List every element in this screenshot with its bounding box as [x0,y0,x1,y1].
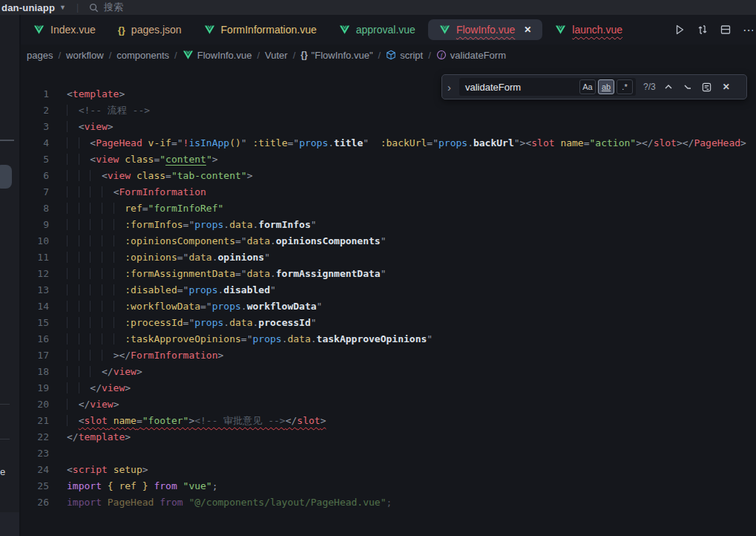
breadcrumb-item-pages[interactable]: pages [25,50,54,61]
line-number[interactable]: 2 [21,102,49,119]
tab-pages.json[interactable]: {}pages.json [107,19,193,40]
tab-FlowInfo.vue[interactable]: FlowInfo.vue✕ [428,19,542,40]
code-line-17[interactable]: 17 ></FormInformation> [21,347,756,364]
code-line-10[interactable]: 10 :opinionsComponents="data.opinionsCom… [21,233,756,249]
svg-text:f: f [441,52,444,59]
code-line-4[interactable]: 4 <PageHead v-if="!isInApp()" :title="pr… [21,135,756,151]
code-line-20[interactable]: 20 </view> [21,396,756,413]
line-number[interactable]: 6 [21,168,49,184]
code-line-11[interactable]: 11 :opinions="data.opinions" [21,249,756,266]
line-number[interactable]: 7 [21,184,49,200]
line-number[interactable]: 24 [21,462,49,478]
line-number[interactable]: 22 [21,429,49,445]
tab-label: Index.vue [50,24,96,36]
line-number[interactable]: 15 [21,315,49,331]
line-number[interactable]: 1 [21,86,49,102]
sidebar-pill[interactable] [0,165,12,189]
whole-word-button[interactable]: ab [598,79,614,94]
line-number[interactable]: 13 [21,282,49,298]
toggle-replace-button[interactable]: › [445,81,453,94]
code-line-14[interactable]: 14 :workflowData="props.workflowData" [21,298,756,315]
code-line-8[interactable]: 8 ref="formInfoRef" [21,200,756,217]
breadcrumb-item-FlowInfo.vue[interactable]: {}"FlowInfo.vue" [299,50,374,61]
breadcrumb-item-validateForm[interactable]: fvalidateForm [435,50,507,61]
code-line-21[interactable]: 21 <slot name="footer"><!-- 审批意见 --></sl… [21,413,756,429]
breadcrumb-item-Vuter[interactable]: Vuter [263,50,289,61]
tab-launch.vue[interactable]: launch.vue [544,19,634,40]
code-line-16[interactable]: 16 :taskApproveOpinions="props.data.task… [21,331,756,347]
code-line-2[interactable]: 2 <!-- 流程 --> [21,102,756,119]
line-number[interactable]: 11 [21,249,49,266]
code-line-12[interactable]: 12 :formAssignmentData="data.formAssignm… [21,266,756,282]
line-content: <PageHead v-if="!isInApp()" :title="prop… [67,135,746,151]
find-input-box[interactable]: validateForm Aa ab .* [459,78,636,96]
tab-Index.vue[interactable]: Index.vue [22,19,107,40]
code-line-13[interactable]: 13 :disabled="props.disabled" [21,282,756,298]
close-icon[interactable]: ✕ [524,24,531,35]
code-line-18[interactable]: 18 </view> [21,364,756,380]
breadcrumb-item-components[interactable]: components [115,50,171,61]
breadcrumb-item-workflow[interactable]: workflow [65,50,105,61]
code-line-24[interactable]: 24<script setup> [21,462,756,478]
split-editor-button[interactable] [720,24,732,36]
line-number[interactable]: 16 [21,331,49,347]
tab-FormInformation.vue[interactable]: FormInformation.vue [193,19,328,40]
next-match-button[interactable] [681,80,694,94]
code-editor[interactable]: › validateForm Aa ab .* ?/3 [21,65,756,536]
line-content: import { ref } from "vue"; [67,478,218,494]
find-in-selection-button[interactable] [700,80,714,94]
find-input[interactable]: validateForm [465,82,579,93]
line-number[interactable]: 25 [21,478,49,494]
more-actions-button[interactable]: ⋯ [743,23,753,37]
code-line-3[interactable]: 3 <view> [21,119,756,135]
line-number[interactable]: 9 [21,217,49,233]
line-number[interactable]: 20 [21,396,49,413]
project-selector[interactable]: dan-uniapp [1,2,55,13]
code-line-9[interactable]: 9 :formInfos="props.data.formInfos" [21,217,756,233]
line-content: :formInfos="props.data.formInfos" [67,217,317,233]
line-number[interactable]: 12 [21,266,49,282]
code-line-15[interactable]: 15 :processId="props.data.processId" [21,315,756,331]
code-line-25[interactable]: 25import { ref } from "vue"; [21,478,756,494]
line-number[interactable]: 26 [21,494,49,511]
regex-button[interactable]: .* [617,79,633,94]
editor-area: Index.vue{}pages.jsonFormInformation.vue… [21,15,756,536]
tab-label: FlowInfo.vue [456,24,515,36]
global-search[interactable]: 搜索 [89,1,123,14]
match-case-button[interactable]: Aa [579,79,596,94]
vue-icon [183,50,194,60]
line-content: :opinions="data.opinions" [67,249,270,266]
compare-changes-button[interactable] [697,24,709,36]
breadcrumb-item-script[interactable]: script [384,50,424,61]
vue-icon [204,24,215,35]
vue-icon [555,24,566,35]
code-line-19[interactable]: 19 </view> [21,380,756,396]
line-number[interactable]: 10 [21,233,49,249]
find-widget: › validateForm Aa ab .* ?/3 [441,74,747,99]
line-number[interactable]: 23 [21,445,49,462]
code-line-5[interactable]: 5 <view class="content"> [21,151,756,168]
line-number[interactable]: 4 [21,135,49,151]
sidebar-text-fragment: e [0,466,5,477]
line-number[interactable]: 18 [21,364,49,380]
breadcrumb-separator: / [293,50,296,61]
line-number[interactable]: 14 [21,298,49,315]
previous-match-button[interactable] [662,80,675,94]
breadcrumb-item-FlowInfo.vue[interactable]: FlowInfo.vue [181,50,254,61]
line-number[interactable]: 8 [21,200,49,217]
vue-icon [555,24,566,35]
line-number[interactable]: 3 [21,119,49,135]
line-number[interactable]: 17 [21,347,49,364]
line-number[interactable]: 21 [21,413,49,429]
code-line-7[interactable]: 7 <FormInformation [21,184,756,200]
tab-approval.vue[interactable]: approval.vue [328,19,427,40]
code-line-23[interactable]: 23 [21,445,756,462]
run-button[interactable] [674,24,686,36]
code-line-22[interactable]: 22</template> [21,429,756,445]
sidebar-edge: e [0,15,21,536]
line-number[interactable]: 19 [21,380,49,396]
close-find-button[interactable]: ✕ [720,80,733,94]
line-number[interactable]: 5 [21,151,49,168]
code-line-26[interactable]: 26import PageHead from "@/components/lay… [21,494,756,511]
code-line-6[interactable]: 6 <view class="tab-content"> [21,168,756,184]
